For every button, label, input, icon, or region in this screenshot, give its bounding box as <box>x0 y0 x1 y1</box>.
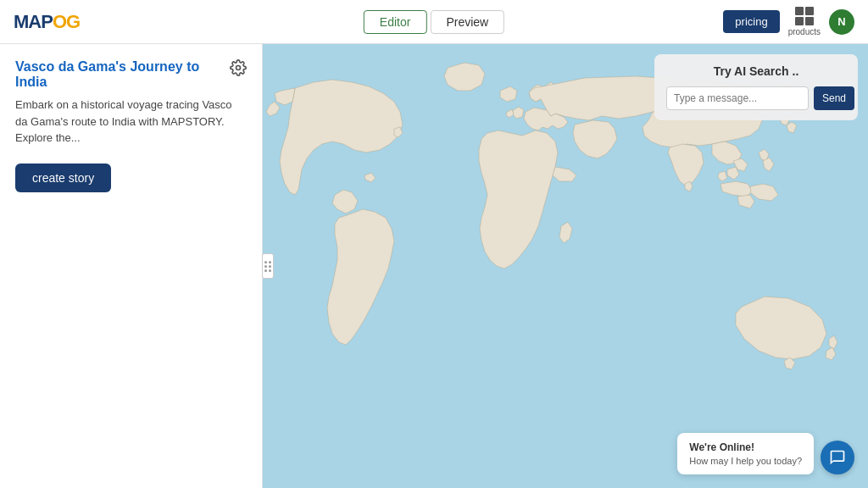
tab-editor[interactable]: Editor <box>364 10 427 34</box>
tab-preview[interactable]: Preview <box>430 10 504 34</box>
header-right: pricing products N <box>723 7 854 36</box>
pricing-button[interactable]: pricing <box>723 10 779 33</box>
chat-bubble-subtitle: How may I help you today? <box>689 456 802 466</box>
story-description: Embark on a historical voyage tracing Va… <box>15 97 247 147</box>
ai-search-input-row: Send <box>666 86 846 110</box>
story-title: Vasco da Gama's Journey to India <box>15 59 247 90</box>
products-label: products <box>788 27 821 36</box>
drag-dots <box>264 261 271 272</box>
map-area[interactable]: Try AI Search .. Send We're Online! How … <box>263 44 868 488</box>
logo: MAPOG <box>14 11 80 33</box>
ai-search-panel: Try AI Search .. Send <box>654 54 858 120</box>
chat-bubble: We're Online! How may I help you today? <box>677 433 814 474</box>
ai-send-button[interactable]: Send <box>814 86 854 110</box>
gear-icon <box>230 59 247 76</box>
chat-icon-button[interactable] <box>821 441 854 474</box>
settings-button[interactable] <box>230 59 247 79</box>
sidebar-resize-handle[interactable] <box>262 253 274 279</box>
sidebar: Vasco da Gama's Journey to India Embark … <box>0 44 263 488</box>
header: MAPOG Editor Preview pricing products N <box>0 0 868 44</box>
products-button[interactable]: products <box>788 7 821 36</box>
ai-search-input[interactable] <box>666 86 809 110</box>
chat-bubble-title: We're Online! <box>689 441 802 453</box>
chat-widget: We're Online! How may I help you today? <box>677 433 854 474</box>
logo-map-text: MAP <box>14 11 53 33</box>
chat-icon <box>829 449 846 466</box>
ai-search-title: Try AI Search .. <box>666 64 846 78</box>
main-content: Vasco da Gama's Journey to India Embark … <box>0 44 868 488</box>
user-avatar[interactable]: N <box>829 9 854 35</box>
svg-point-0 <box>236 66 241 70</box>
create-story-button[interactable]: create story <box>15 164 111 192</box>
logo-og-text: OG <box>53 11 80 33</box>
header-tabs: Editor Preview <box>364 10 504 34</box>
products-icon <box>795 7 814 25</box>
